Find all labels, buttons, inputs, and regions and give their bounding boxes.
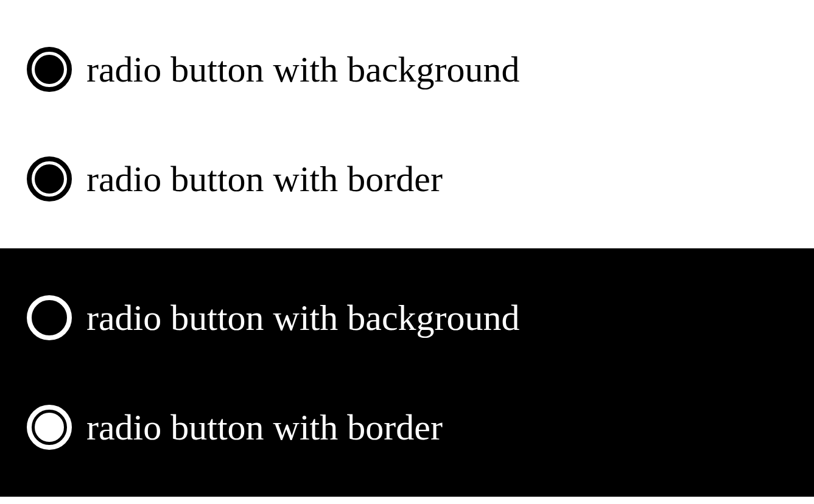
- radio-label: radio button with background: [86, 297, 520, 339]
- radio-label: radio button with border: [86, 158, 443, 200]
- radio-label: radio button with border: [86, 407, 443, 449]
- svg-point-6: [35, 413, 63, 441]
- radio-checked-icon: [26, 155, 73, 203]
- svg-point-1: [35, 55, 64, 84]
- radio-option[interactable]: radio button with border: [26, 124, 788, 234]
- radio-checked-icon: [26, 404, 73, 451]
- dark-section: radio button with background radio butto…: [0, 248, 814, 497]
- radio-label: radio button with background: [86, 49, 520, 91]
- radio-checked-icon: [26, 46, 73, 93]
- svg-point-4: [29, 298, 69, 338]
- radio-option[interactable]: radio button with border: [26, 373, 788, 482]
- radio-option[interactable]: radio button with background: [26, 15, 788, 124]
- svg-point-3: [35, 165, 63, 193]
- light-section: radio button with background radio butto…: [0, 0, 814, 248]
- radio-option[interactable]: radio button with background: [26, 263, 788, 373]
- radio-unchecked-icon: [26, 294, 73, 341]
